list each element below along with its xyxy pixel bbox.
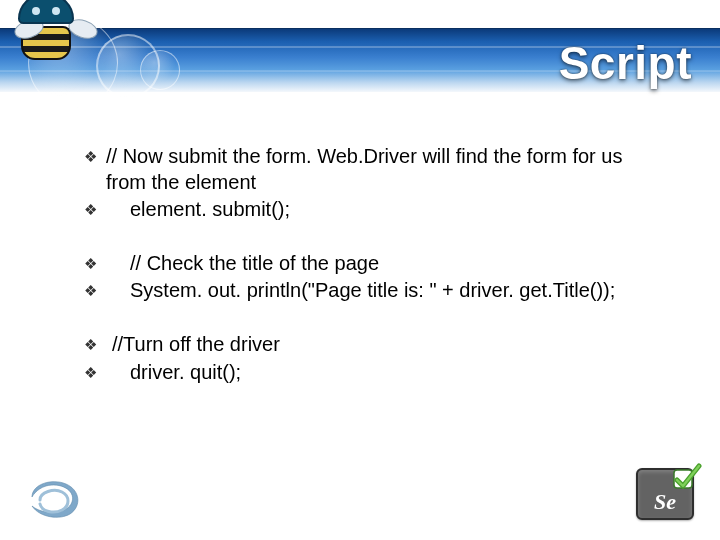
checkmark-icon	[672, 462, 702, 492]
swirl-logo-icon	[26, 476, 84, 518]
bullet-icon: ❖	[84, 278, 106, 300]
bullet-icon: ❖	[84, 360, 106, 382]
eye-icon	[32, 7, 40, 15]
bullet-icon: ❖	[84, 144, 106, 166]
bullet-icon: ❖	[84, 332, 106, 354]
bullet-text: System. out. println("Page title is: " +…	[106, 278, 664, 304]
bullet-text: element. submit();	[106, 197, 664, 223]
spacer	[84, 306, 664, 332]
bullet-icon: ❖	[84, 251, 106, 273]
bullet-text: driver. quit();	[106, 360, 664, 386]
list-item: ❖ // Now submit the form. Web.Driver wil…	[84, 144, 664, 195]
list-item: ❖ System. out. println("Page title is: "…	[84, 278, 664, 304]
bubble-decor	[140, 50, 180, 90]
slide-title: Script	[559, 36, 692, 90]
bullet-text: //Turn off the driver	[106, 332, 664, 358]
slide: Script ❖ // Now submit the form. Web.Dri…	[0, 0, 720, 540]
list-item: ❖ //Turn off the driver	[84, 332, 664, 358]
bullet-text: // Now submit the form. Web.Driver will …	[106, 144, 664, 195]
list-item: ❖ element. submit();	[84, 197, 664, 223]
slide-body: ❖ // Now submit the form. Web.Driver wil…	[84, 144, 664, 387]
bee-robot-icon	[18, 0, 74, 60]
list-item: ❖ driver. quit();	[84, 360, 664, 386]
bullet-text: // Check the title of the page	[106, 251, 664, 277]
bullet-icon: ❖	[84, 197, 106, 219]
selenium-badge-label: Se	[654, 489, 676, 515]
bullet-text-line: // Now submit the form. Web.Driver will …	[106, 145, 622, 193]
header-banner: Script	[0, 0, 720, 120]
eye-icon	[52, 7, 60, 15]
list-item: ❖ // Check the title of the page	[84, 251, 664, 277]
robot-head-icon	[18, 0, 74, 24]
spacer	[84, 225, 664, 251]
